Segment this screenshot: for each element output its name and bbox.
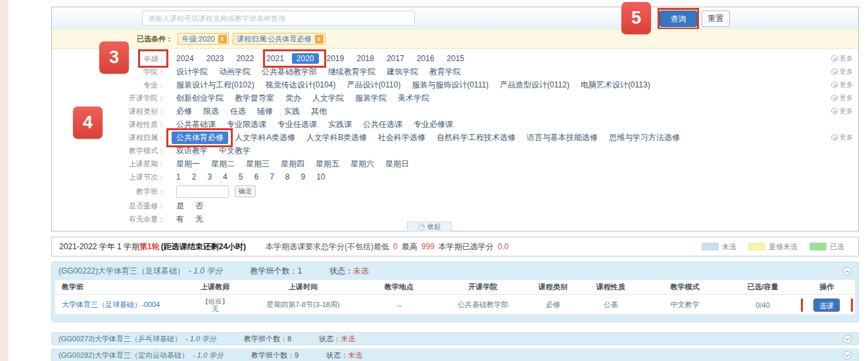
more-link[interactable]: 更多 [831, 133, 853, 142]
filter-option[interactable]: 产品造型设计(0112) [500, 80, 569, 91]
filter-option[interactable]: 必修 [176, 106, 192, 117]
filter-option[interactable]: 无 [195, 214, 203, 225]
select-course-button[interactable]: 选课 [813, 299, 840, 312]
filter-option[interactable]: 2023 [206, 54, 224, 63]
filter-option[interactable]: 星期一 [176, 158, 200, 170]
filter-option[interactable]: 2015 [446, 54, 464, 63]
filter-option[interactable]: 人文学院 [312, 93, 344, 104]
filter-option[interactable]: 星期三 [246, 158, 270, 170]
legend-swatch [748, 243, 765, 251]
filter-option[interactable]: 10 [316, 172, 325, 181]
filter-option[interactable]: 8 [285, 172, 290, 181]
search-input[interactable] [142, 11, 415, 26]
filter-option[interactable]: 党办 [285, 93, 301, 104]
filter-option[interactable]: 2018 [356, 54, 374, 63]
filter-option[interactable]: 人文学科A类选修 [235, 132, 295, 143]
more-link[interactable]: 更多 [831, 67, 853, 76]
confirm-button[interactable]: 确定 [235, 185, 256, 197]
filter-option[interactable]: 社会科学选修 [378, 132, 425, 143]
filter-option[interactable]: 教育学院 [429, 66, 461, 78]
filter-option[interactable]: 服装与服饰设计(0111) [412, 80, 489, 91]
filter-option[interactable]: 4 [223, 172, 228, 181]
filter-option[interactable]: 电脑艺术设计(0113) [581, 80, 650, 91]
remove-tag-icon[interactable]: x [315, 35, 324, 43]
filter-option[interactable]: 2020 [292, 53, 319, 64]
filter-option[interactable]: 2019 [327, 54, 345, 63]
filter-option[interactable]: 设计学院 [176, 66, 208, 78]
filter-option[interactable]: 教学督导室 [235, 93, 274, 104]
course-group-pingpong[interactable]: (GG00273)大学体育三（乒乓球基础） - 1.0 学分 教学班个数：8 状… [51, 332, 859, 345]
filter-option[interactable]: 建筑学院 [387, 66, 418, 78]
course-group-header[interactable]: (GG00222)大学体育三（足球基础） - 1.0 学分 教学班个数：1 状态… [52, 262, 858, 279]
reset-button[interactable]: 重置 [702, 11, 730, 27]
filter-option[interactable]: 3 [207, 172, 212, 181]
filter-option[interactable]: 辅修 [257, 106, 273, 117]
filter-option[interactable]: 视觉传达设计(0104) [266, 80, 336, 91]
filter-option[interactable]: 星期五 [316, 158, 339, 170]
filter-option[interactable]: 公共基础教学部 [262, 66, 317, 78]
remove-tag-icon[interactable]: x [218, 35, 227, 43]
filter-option[interactable]: 服装学院 [355, 93, 387, 104]
filter-option[interactable]: 星期四 [281, 158, 304, 170]
filter-row-grade: 3 年级： 2024202320222021202020192018201720… [52, 52, 858, 65]
filter-option[interactable]: 公共体育必修 [172, 132, 228, 144]
collapse-group-icon[interactable] [843, 267, 852, 276]
filter-option[interactable]: 限选 [203, 106, 219, 117]
filter-option[interactable]: 6 [254, 172, 258, 181]
filter-option[interactable]: 实践课 [328, 119, 352, 130]
filter-option[interactable]: 思维与学习方法选修 [609, 132, 680, 143]
more-link[interactable]: 更多 [831, 80, 853, 89]
filter-option[interactable]: 2024 [176, 54, 194, 63]
selected-conditions-label: 已选条件： [137, 34, 173, 44]
query-button[interactable]: 查询 [660, 11, 697, 27]
filter-option[interactable]: 5 [239, 172, 243, 181]
filter-option[interactable]: 专业任选课 [277, 119, 317, 130]
filter-option[interactable]: 2 [192, 172, 197, 181]
filter-option[interactable]: 服装设计与工程(0102) [176, 80, 254, 91]
filter-option[interactable]: 美术学院 [398, 93, 429, 104]
filter-option[interactable]: 7 [270, 172, 274, 181]
expand-group-icon[interactable] [843, 351, 852, 360]
filter-option[interactable]: 2017 [387, 54, 404, 63]
filter-option[interactable]: 有 [176, 214, 184, 225]
filter-row-course-category: 课程类别： 必修限选任选辅修实践其他 更多 [52, 105, 858, 118]
more-link[interactable]: 更多 [831, 107, 853, 116]
filter-option[interactable]: 是 [176, 201, 184, 212]
filter-option[interactable]: 星期二 [211, 158, 235, 170]
filter-option[interactable]: 其他 [311, 106, 327, 117]
class-name-input[interactable] [176, 185, 229, 198]
filter-option[interactable]: 继续教育学院 [328, 66, 375, 78]
more-link[interactable]: 更多 [831, 54, 853, 63]
class-name-link[interactable]: 大学体育三（足球基础）-0004 [62, 301, 160, 308]
condition-tag-text: 年级:2020 [182, 34, 215, 44]
filter-option[interactable]: 专业限选课 [227, 119, 266, 130]
filter-option[interactable]: 2022 [236, 54, 254, 63]
legend-item: 重修未选 [748, 242, 798, 252]
filter-option[interactable]: 产品设计(0110) [347, 80, 400, 91]
filter-option[interactable]: 9 [301, 172, 306, 181]
filter-option[interactable]: 创新创业学院 [176, 93, 224, 104]
expand-group-icon[interactable] [843, 335, 852, 343]
course-credit: - 1.0 学分 [185, 334, 216, 344]
place-cell: -- [359, 301, 439, 309]
filter-option[interactable]: 1 [176, 172, 181, 181]
filter-option[interactable]: 人文学科B类选修 [306, 132, 367, 143]
filter-option[interactable]: 任选 [230, 106, 246, 117]
more-link[interactable]: 更多 [831, 93, 853, 103]
condition-tag-grade[interactable]: 年级:2020 x [178, 33, 229, 45]
filter-option[interactable]: 动画学院 [219, 66, 251, 78]
filter-option[interactable]: 语言与基本技能选修 [527, 132, 598, 143]
collapse-filters-tab[interactable]: 收起 [407, 222, 452, 231]
filter-option[interactable]: 自然科学工程技术选修 [437, 132, 516, 143]
filter-option[interactable]: 星期日 [385, 158, 409, 170]
filter-option[interactable]: 星期六 [350, 158, 374, 170]
condition-tag-belong[interactable]: 课程归属:公共体育必修 x [233, 33, 326, 45]
course-selection-page: 查询 重置 5 已选条件： 年级:2020 x 课程归属:公共体育必修 x 3 … [0, 0, 868, 361]
filter-option[interactable]: 实践 [284, 106, 300, 117]
filter-option[interactable]: 公共任选课 [363, 119, 402, 130]
filter-option[interactable]: 2016 [417, 54, 435, 63]
course-group-orienteering[interactable]: (GG00282)大学体育三（定向运动基础） - 1.0 学分 教学班个数：9 … [51, 349, 859, 361]
filter-option[interactable]: 否 [195, 201, 203, 212]
filter-option[interactable]: 专业必修课 [414, 119, 453, 130]
max-credit: 999 [422, 242, 435, 251]
